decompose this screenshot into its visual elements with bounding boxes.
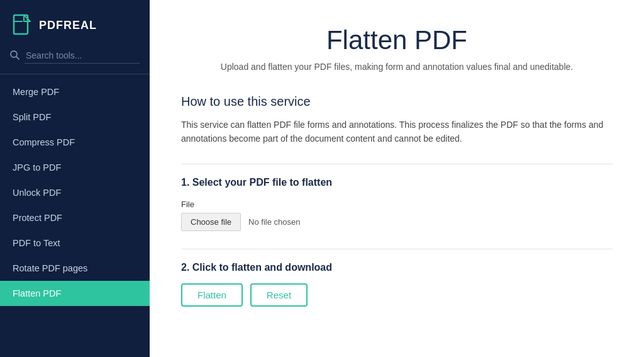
search-area — [0, 48, 150, 74]
search-icon — [10, 50, 19, 62]
sidebar-item-split-pdf[interactable]: Split PDF — [0, 105, 150, 130]
sidebar-item-unlock-pdf[interactable]: Unlock PDF — [0, 180, 150, 205]
page-subtitle: Upload and flatten your PDF files, makin… — [181, 62, 613, 72]
logo-text: PDFREAL — [39, 19, 97, 32]
svg-line-3 — [16, 57, 19, 59]
logo-area: PDFREAL — [0, 0, 150, 48]
file-input-row: Choose file No file chosen — [181, 213, 613, 231]
flatten-button[interactable]: Flatten — [181, 283, 243, 307]
sidebar-item-jpg-to-pdf[interactable]: JPG to PDF — [0, 155, 150, 180]
step1-heading: 1. Select your PDF file to flatten — [181, 177, 613, 188]
sidebar: PDFREAL Merge PDF Split PDF Compress PDF… — [0, 0, 150, 357]
file-label: File — [181, 200, 613, 209]
logo-icon — [13, 14, 33, 37]
step2-heading: 2. Click to flatten and download — [181, 262, 613, 273]
svg-rect-0 — [14, 15, 28, 34]
choose-file-button[interactable]: Choose file — [181, 213, 241, 231]
sidebar-item-merge-pdf[interactable]: Merge PDF — [0, 79, 150, 105]
sidebar-item-protect-pdf[interactable]: Protect PDF — [0, 205, 150, 230]
nav-list: Merge PDF Split PDF Compress PDF JPG to … — [0, 74, 150, 357]
divider-2 — [181, 249, 613, 249]
page-title: Flatten PDF — [181, 25, 613, 55]
sidebar-item-flatten-pdf[interactable]: Flatten PDF — [0, 281, 150, 306]
how-to-description: This service can flatten PDF file forms … — [181, 118, 613, 146]
main-content: Flatten PDF Upload and flatten your PDF … — [150, 0, 644, 357]
search-input[interactable] — [25, 48, 140, 64]
divider-1 — [181, 164, 613, 164]
action-buttons: Flatten Reset — [181, 283, 613, 307]
sidebar-item-pdf-to-text[interactable]: PDF to Text — [0, 230, 150, 256]
reset-button[interactable]: Reset — [250, 283, 308, 307]
sidebar-item-compress-pdf[interactable]: Compress PDF — [0, 130, 150, 155]
no-file-text: No file chosen — [248, 217, 300, 227]
sidebar-item-rotate-pdf-pages[interactable]: Rotate PDF pages — [0, 256, 150, 281]
how-to-heading: How to use this service — [181, 94, 613, 109]
